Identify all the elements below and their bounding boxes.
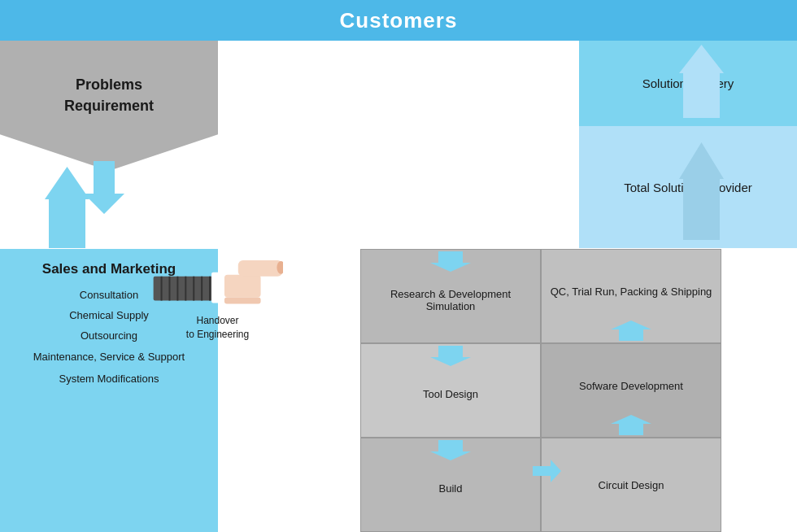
arrow-up-inside-total	[679, 142, 724, 240]
software-arrow-up	[611, 415, 651, 435]
handover-hand-icon	[153, 252, 283, 312]
rd-arrow-down	[430, 251, 471, 272]
build-label: Build	[435, 478, 467, 499]
software-dev-label: Sofware Development	[575, 376, 687, 396]
customers-header: Customers	[0, 0, 797, 41]
handover-box: Handoverto Engineering	[146, 252, 289, 342]
eng-left-border	[360, 249, 361, 532]
circuit-design-cell: Circuit Design	[541, 438, 721, 532]
customers-title: Customers	[340, 8, 458, 33]
arrow-up-sales-feedback	[45, 167, 89, 248]
problems-requirement-box: ProblemsRequirement	[0, 41, 218, 171]
build-cell: Build	[360, 438, 541, 532]
svg-marker-25	[611, 415, 651, 435]
eng-top-border	[360, 249, 721, 250]
svg-rect-18	[224, 298, 260, 304]
svg-marker-5	[679, 45, 724, 118]
svg-rect-17	[237, 260, 282, 277]
eng-hline-1	[360, 343, 721, 344]
problems-requirement-label: ProblemsRequirement	[64, 75, 154, 116]
svg-marker-23	[533, 460, 561, 482]
sales-item-chemical: Chemical Supply	[69, 309, 149, 321]
svg-rect-16	[224, 275, 260, 298]
arrow-up-inside-solution	[679, 45, 724, 118]
handover-label: Handoverto Engineering	[186, 314, 249, 342]
eng-grid-divider	[540, 249, 542, 532]
arrow-up-solution	[683, 0, 732, 45]
sales-item-outsourcing: Outsourcing	[81, 329, 137, 342]
arrow-down-problems-to-sales	[84, 161, 124, 214]
build-arrow-down	[430, 440, 471, 460]
sales-item-consultation: Consultation	[80, 289, 138, 301]
svg-marker-2	[683, 0, 732, 45]
rd-simulation-cell: Research & Development Simulation	[360, 249, 541, 343]
sales-item-sysmod: System Modifications	[59, 373, 159, 385]
eng-hline-2	[360, 438, 721, 438]
svg-marker-20	[430, 251, 471, 272]
svg-marker-21	[430, 346, 471, 366]
software-dev-cell: Sofware Development	[541, 343, 721, 438]
arrow-right-build-to-circuit	[533, 460, 561, 482]
svg-marker-4	[45, 167, 89, 248]
svg-marker-3	[84, 161, 124, 214]
svg-marker-22	[430, 440, 471, 460]
svg-marker-6	[679, 142, 724, 240]
circuit-design-label: Circuit Design	[594, 475, 669, 495]
tool-arrow-down	[430, 346, 471, 366]
tool-design-cell: Tool Design	[360, 343, 541, 438]
svg-marker-24	[611, 321, 651, 341]
sales-item-maintenance: Maintenance, Service & Support	[33, 350, 185, 364]
rd-label: Research & Development Simulation	[361, 284, 540, 316]
qc-cell: QC, Trial Run, Packing & Shipping	[541, 249, 721, 343]
qc-label: QC, Trial Run, Packing & Shipping	[547, 281, 716, 302]
qc-arrow-up	[611, 321, 651, 341]
eng-right-border	[721, 249, 721, 532]
tool-design-label: Tool Design	[419, 384, 482, 404]
